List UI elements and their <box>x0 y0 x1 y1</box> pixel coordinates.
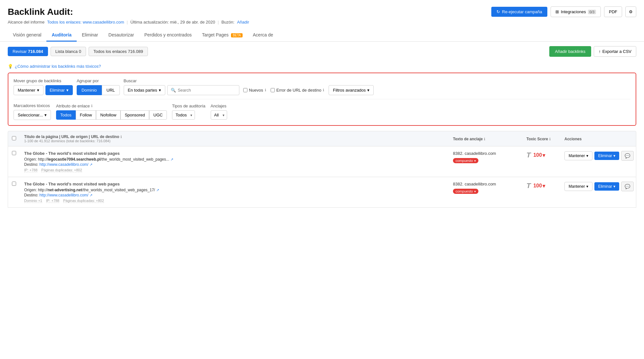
subtab-todos-enlaces[interactable]: Todos los enlaces 716.089 <box>89 47 148 56</box>
attr-sponsored-button[interactable]: Sponsored <box>120 110 149 120</box>
search-wrapper: 🔍 <box>167 85 239 95</box>
pdf-button[interactable]: PDF <box>604 6 622 17</box>
integrations-badge: 0/3 <box>588 10 596 14</box>
row-1-mantener-button[interactable]: Mantener ▾ <box>564 151 592 160</box>
attr-ugc-button[interactable]: UGC <box>149 110 167 120</box>
row-1-anchor-main: 8382. casadellibro.com <box>453 151 524 156</box>
error-url-info-icon: ℹ <box>323 88 324 92</box>
row-1-dest-link[interactable]: http://www.casadellibro.com/ <box>39 162 88 167</box>
upload-icon: ↑ <box>599 49 601 54</box>
tipos-label: Tipos de auditoría <box>172 104 206 108</box>
añadir-link[interactable]: Añadir <box>237 20 249 25</box>
scope-link[interactable]: Todos los enlaces: www.casadellibro.com <box>47 20 124 25</box>
nuevos-checkbox-wrap[interactable]: Nuevos ℹ <box>243 88 266 93</box>
row-2-dup[interactable]: Páginas duplicadas: +802 <box>63 199 104 203</box>
row-1-dup[interactable]: Páginas duplicadas: +802 <box>41 168 82 172</box>
anclajes-select[interactable]: All <box>211 110 227 120</box>
row-1-dest-ext-link[interactable]: ↗ <box>90 163 92 166</box>
add-backlinks-button[interactable]: Añadir backlinks <box>549 46 591 57</box>
filter-box: Mover grupo de backlinks Mantener ▾ Elim… <box>8 73 636 126</box>
toxic-score-2-arrow-icon: ▾ <box>543 183 545 189</box>
row-2-origin: Origen: http://net-advertising.net/the_w… <box>24 188 450 192</box>
tab-acerca-de[interactable]: Acerca de <box>248 29 278 42</box>
row-2-dominio[interactable]: Dominio +1 <box>24 199 42 203</box>
table-row: The Globe - The world's most visited web… <box>8 177 636 208</box>
tab-auditoria[interactable]: Auditoría <box>46 29 76 42</box>
row-1-chat-button[interactable]: 💬 <box>621 151 634 161</box>
row-1-title: The Globe - The world's most visited web… <box>24 151 450 156</box>
row-1-checkbox[interactable] <box>12 151 16 155</box>
atributo-info-icon: ℹ <box>91 104 92 108</box>
buzon-label: Buzón: <box>221 20 234 25</box>
row-1-dest: Destino: http://www.casadellibro.com/ ↗ <box>24 162 450 167</box>
attr-todos-button[interactable]: Todos <box>56 110 76 120</box>
chat-icon: 💬 <box>625 153 630 158</box>
row-2-checkbox[interactable] <box>12 182 16 186</box>
rerun-campaign-button[interactable]: ↻ Re-ejecutar campaña <box>491 7 547 17</box>
row-2-ip[interactable]: IP: +788 <box>46 199 59 203</box>
row-2-origin-link[interactable]: ↗ <box>156 188 159 192</box>
eliminar-arrow-icon: ▾ <box>66 88 69 93</box>
col-toxic-label: Toxic Score <box>526 137 548 141</box>
url-button[interactable]: URL <box>102 85 120 95</box>
row-2-eliminar-button[interactable]: Eliminar ▾ <box>594 182 619 191</box>
update-text: Última actualización: mié., 29 de abr. d… <box>130 20 215 25</box>
select-all-checkbox[interactable] <box>12 136 16 140</box>
group-label: Mover grupo de backlinks <box>14 78 73 83</box>
search-icon: 🔍 <box>171 88 176 93</box>
seleccionar-arrow-icon: ▾ <box>44 113 47 117</box>
integrations-button[interactable]: ⊞ Integraciones 0/3 <box>551 6 601 17</box>
col-actions-label: Acciones <box>564 137 582 141</box>
row-2-dest-ext-link[interactable]: ↗ <box>90 193 92 197</box>
anclajes-label: Anclajes <box>211 104 227 108</box>
row-2-anchor-tag[interactable]: compuesto ▾ <box>453 189 478 194</box>
seleccionar-button[interactable]: Seleccionar... ▾ <box>14 110 51 120</box>
row-2-anchor-main: 8382. casadellibro.com <box>453 182 524 186</box>
settings-button[interactable]: ⚙ <box>625 6 636 17</box>
row-1-toxic-score[interactable]: 100 ▾ <box>533 152 545 158</box>
eliminar-2-arrow-icon: ▾ <box>613 184 615 189</box>
nuevos-checkbox[interactable] <box>243 88 247 92</box>
tab-desautorizar[interactable]: Desautorizar <box>103 29 139 42</box>
scope-label: Alcance del informe <box>8 20 44 25</box>
row-2-title: The Globe - The world's most visited web… <box>24 182 450 186</box>
row-1-ip[interactable]: IP: +788 <box>24 168 37 172</box>
search-input[interactable] <box>178 88 236 93</box>
col-title-label: Título de la página | URL de origen | UR… <box>24 135 119 139</box>
agrupar-label: Agrupar por <box>77 78 120 83</box>
tab-eliminar[interactable]: Eliminar <box>77 29 103 42</box>
row-1-toxic-t-icon: T <box>526 151 531 159</box>
atributo-label: Atributo de enlace <box>56 104 90 108</box>
col-subtitle: 1-100 de 41.912 dominios (total de backl… <box>24 139 450 143</box>
row-1-anchor-tag[interactable]: compuesto ▾ <box>453 158 478 163</box>
tab-target-pages[interactable]: Target Pages BETA <box>197 29 248 42</box>
row-2-dest-link[interactable]: http://www.casadellibro.com/ <box>39 193 88 197</box>
mantener-button[interactable]: Mantener ▾ <box>14 85 43 95</box>
anclajes-select-wrap: All <box>211 110 227 120</box>
en-todas-partes-button[interactable]: En todas partes ▾ <box>124 85 165 95</box>
row-1-origin-link[interactable]: ↗ <box>170 157 173 161</box>
anchor-tag-arrow-icon: ▾ <box>474 159 476 163</box>
error-url-checkbox-wrap[interactable]: Error de URL de destino ℹ <box>271 88 324 93</box>
subtab-revisar[interactable]: Revisar 716.084 <box>8 47 48 56</box>
tab-vision-general[interactable]: Visión general <box>8 29 46 42</box>
export-csv-button[interactable]: ↑ Exportar a CSV <box>594 46 636 57</box>
col-anchor-label: Texto de anclaje <box>453 137 483 141</box>
attr-follow-button[interactable]: Follow <box>76 110 96 120</box>
filtros-avanzados-button[interactable]: Filtros avanzados ▾ <box>329 85 374 95</box>
dominio-button[interactable]: Dominio <box>77 85 102 95</box>
attr-nofollow-button[interactable]: Nofollow <box>96 110 120 120</box>
mantener-2-arrow-icon: ▾ <box>586 184 588 189</box>
row-2-toxic-score[interactable]: 100 ▾ <box>533 183 545 189</box>
tab-perdidos-encontrados[interactable]: Perdidos y encontrados <box>139 29 197 42</box>
buscar-label: Buscar <box>124 78 239 83</box>
row-2-dest: Destino: http://www.casadellibro.com/ ↗ <box>24 193 450 197</box>
error-url-checkbox[interactable] <box>271 88 275 92</box>
eliminar-button[interactable]: Eliminar ▾ <box>45 85 73 95</box>
tipos-select[interactable]: Todos <box>172 110 195 120</box>
row-2-mantener-button[interactable]: Mantener ▾ <box>564 182 592 191</box>
row-1-eliminar-button[interactable]: Eliminar ▾ <box>594 152 619 160</box>
tip-link[interactable]: ¿Cómo administrar los backlinks más tóxi… <box>15 64 101 69</box>
row-2-chat-button[interactable]: 💬 <box>621 182 634 191</box>
subtab-lista-blanca[interactable]: Lista blanca 0 <box>51 47 86 56</box>
